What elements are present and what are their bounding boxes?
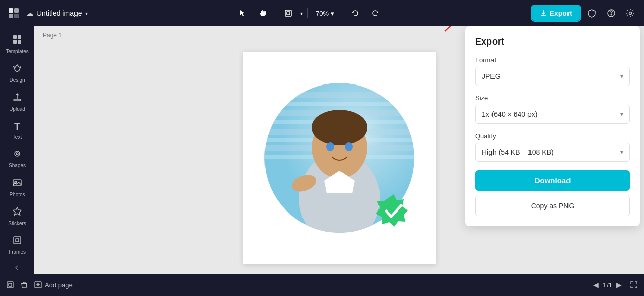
svg-rect-42 [9, 283, 12, 286]
templates-icon [12, 34, 22, 47]
svg-rect-19 [14, 237, 21, 244]
frames-label: Frames [9, 249, 26, 255]
frame-caret-icon: ▾ [300, 11, 303, 16]
svg-point-37 [345, 142, 353, 151]
stickers-label: Stickers [8, 221, 26, 226]
quality-value: High (54 KB – 108 KB) [482, 148, 554, 156]
top-bar: ☁ Untitled image ▾ ▾ 70% ▾ Export [0, 0, 644, 26]
canvas-area: Page 1 ⋯ [34, 26, 644, 274]
quality-caret-icon: ▾ [620, 149, 623, 156]
text-icon: T [14, 121, 20, 133]
zoom-control[interactable]: 70% ▾ [312, 8, 338, 19]
shapes-label: Shapes [9, 163, 26, 168]
sidebar-item-text[interactable]: T Text [0, 117, 34, 144]
page-thumbnail-button[interactable] [6, 281, 14, 289]
undo-button[interactable] [347, 5, 363, 21]
format-select[interactable]: JPEG ▾ [475, 67, 630, 86]
svg-point-36 [326, 142, 334, 151]
settings-button[interactable] [623, 6, 638, 21]
format-field-group: Format JPEG ▾ [475, 56, 630, 86]
quality-field-group: Quality High (54 KB – 108 KB) ▾ [475, 132, 630, 162]
download-button[interactable]: Download [475, 170, 630, 191]
sidebar-item-shapes[interactable]: Shapes [0, 145, 34, 173]
copy-png-button[interactable]: Copy as PNG [475, 196, 630, 216]
shield-button[interactable] [584, 6, 599, 21]
main-area: Templates Design Upload T Text Shapes [0, 26, 644, 274]
text-label: Text [13, 134, 22, 140]
zoom-value: 70% [316, 10, 329, 17]
sidebar-item-design[interactable]: Design [0, 59, 34, 87]
select-tool-button[interactable] [235, 5, 251, 21]
svg-point-16 [16, 153, 18, 155]
shapes-icon [12, 149, 22, 161]
svg-point-8 [611, 14, 611, 15]
templates-label: Templates [6, 49, 29, 54]
format-label: Format [475, 56, 630, 64]
svg-rect-6 [541, 15, 546, 16]
page-indicator: 1/1 [603, 281, 612, 289]
redo-button[interactable] [367, 5, 384, 21]
page-label: Page 1 [43, 32, 62, 39]
size-label: Size [475, 94, 630, 102]
hand-tool-button[interactable] [255, 5, 272, 21]
toolbar-center: ▾ 70% ▾ [235, 5, 384, 21]
export-panel: Export Format JPEG ▾ Size 1x (640 × 640 … [465, 26, 640, 226]
sidebar-item-templates[interactable]: Templates [0, 30, 34, 58]
svg-rect-3 [14, 14, 19, 18]
svg-rect-4 [285, 10, 291, 16]
upload-label: Upload [9, 106, 25, 112]
fit-screen-button[interactable] [630, 281, 638, 289]
export-button[interactable]: Export [532, 6, 580, 21]
size-value: 1x (640 × 640 px) [482, 110, 537, 118]
quality-label: Quality [475, 132, 630, 140]
sidebar-item-stickers[interactable]: Stickers [0, 202, 34, 230]
design-label: Design [9, 77, 25, 83]
svg-rect-1 [14, 8, 19, 13]
svg-point-35 [312, 110, 367, 145]
add-page-button[interactable]: Add page [34, 281, 73, 289]
upload-icon [12, 92, 22, 105]
sidebar-item-upload[interactable]: Upload [0, 88, 34, 116]
svg-rect-14 [14, 99, 21, 101]
toolbar-divider [276, 8, 276, 18]
svg-point-9 [629, 12, 632, 15]
title-caret-icon: ▾ [85, 11, 88, 16]
app-logo[interactable] [6, 6, 21, 21]
svg-rect-25 [263, 92, 415, 98]
svg-rect-0 [9, 8, 13, 13]
export-button-label: Export [550, 9, 572, 17]
quality-select[interactable]: High (54 KB – 108 KB) ▾ [475, 143, 630, 162]
svg-marker-39 [376, 194, 408, 227]
svg-rect-11 [18, 35, 21, 39]
size-select[interactable]: 1x (640 × 640 px) ▾ [475, 105, 630, 124]
svg-point-15 [15, 151, 20, 156]
check-badge [376, 193, 411, 229]
next-page-button[interactable]: ▶ [616, 281, 622, 289]
sidebar-item-photos[interactable]: Photos [0, 174, 34, 201]
export-panel-title: Export [475, 36, 630, 47]
format-caret-icon: ▾ [620, 73, 623, 80]
svg-rect-2 [9, 14, 13, 18]
svg-rect-5 [287, 12, 290, 15]
design-icon [12, 63, 22, 76]
prev-page-button[interactable]: ◀ [593, 281, 599, 289]
svg-rect-41 [7, 282, 13, 288]
svg-rect-17 [13, 180, 21, 186]
frame-tool-button[interactable] [280, 5, 296, 21]
sidebar: Templates Design Upload T Text Shapes [0, 26, 34, 274]
svg-rect-26 [263, 102, 415, 106]
document-title-area[interactable]: ☁ Untitled image ▾ [26, 9, 88, 17]
delete-page-button[interactable] [20, 281, 28, 289]
stickers-icon [12, 206, 22, 219]
bottom-bar: Add page ◀ 1/1 ▶ [0, 274, 644, 296]
topbar-right: Export [532, 6, 638, 21]
canvas-page[interactable] [243, 52, 436, 264]
svg-rect-13 [18, 40, 21, 44]
sidebar-collapse-button[interactable] [10, 260, 25, 274]
sidebar-item-frames[interactable]: Frames [0, 231, 34, 259]
size-field-group: Size 1x (640 × 640 px) ▾ [475, 94, 630, 124]
help-button[interactable] [603, 6, 619, 21]
toolbar-divider3 [343, 8, 343, 18]
toolbar-divider2 [307, 8, 308, 18]
sidebar-bottom [10, 260, 25, 274]
